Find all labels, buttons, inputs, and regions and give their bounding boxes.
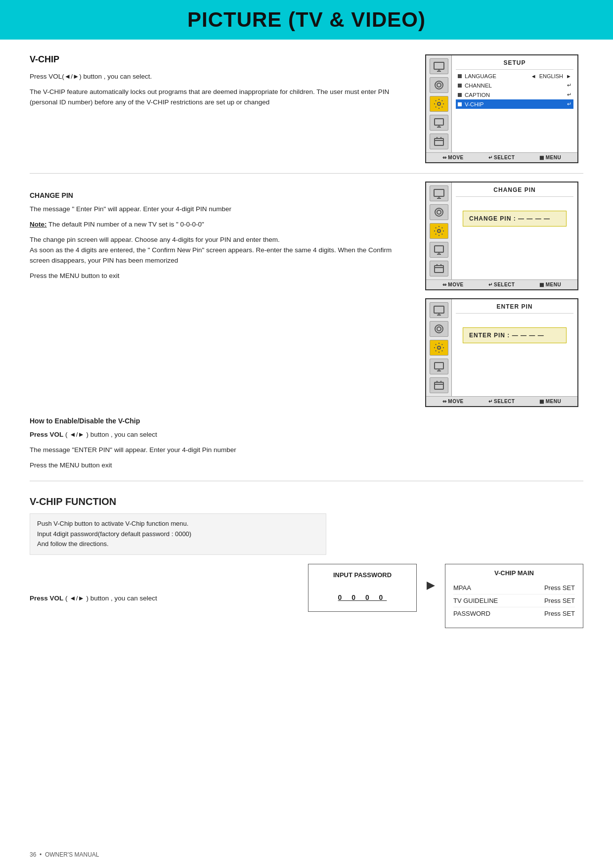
- page-number: 36: [30, 851, 36, 858]
- tv-icon-tv2: [430, 185, 448, 201]
- svg-point-5: [438, 102, 440, 105]
- vchip-row-value: Press SET: [544, 597, 575, 604]
- menu-dot: [458, 93, 462, 97]
- arrow-right-icon: ▶: [427, 564, 435, 592]
- vchip-row-label: TV GUIDELINE: [453, 597, 498, 604]
- select-icon: ↵: [488, 155, 493, 160]
- vchip-function-title: V-CHIP FUNCTION: [30, 496, 583, 507]
- change-pin-menu-title: CHANGE PIN: [456, 184, 573, 197]
- change-pin-menu-col: CHANGE PIN CHANGE PIN : — — — — ⇔ MOVE ↵…: [425, 182, 583, 407]
- vchip-main-row-mpaa: MPAA Press SET: [453, 582, 575, 594]
- setup-menu-content: SETUP LANGUAGE ◄ ENGLISH ► CHANNEL ↵: [452, 55, 577, 152]
- vchip-function-desc: Push V-Chip button to activate V-Chip fu…: [30, 513, 326, 555]
- input-password-title: INPUT PASSWORD: [318, 571, 406, 579]
- menu-icon: ▦: [539, 155, 544, 160]
- svg-rect-7: [435, 138, 443, 145]
- tv-sidebar-3: [426, 299, 452, 396]
- vchip-main-row-tvguideline: TV GUIDELINE Press SET: [453, 594, 575, 607]
- enable-disable-title: How to Enable/Disable the V-Chip: [30, 417, 583, 425]
- desc-line2: Input 4digit password(factory default pa…: [37, 530, 191, 538]
- svg-point-3: [435, 81, 443, 89]
- desc-line1: Push V-Chip button to activate V-Chip fu…: [37, 520, 188, 527]
- menu-item-value: ↵: [567, 82, 571, 89]
- footer-select: ↵ SELECT: [488, 155, 515, 160]
- tv-sidebar: [426, 55, 452, 152]
- svg-point-4: [437, 83, 441, 87]
- setup-menu-footer: ⇔ MOVE ↵ SELECT ▦ MENU: [426, 152, 577, 162]
- svg-point-21: [438, 346, 440, 349]
- note-label: Note:: [30, 221, 47, 228]
- tv-icon-setup: [430, 96, 448, 112]
- menu-item-label: CHANNEL: [465, 83, 567, 89]
- change-pin-text-col: CHANGE PIN The message " Enter Pin" will…: [30, 182, 410, 407]
- change-pin-menu-content: CHANGE PIN CHANGE PIN : — — — —: [452, 183, 577, 279]
- tv-icon-display3: [430, 359, 448, 374]
- menu-dot: [458, 74, 462, 78]
- change-pin-section: CHANGE PIN The message " Enter Pin" will…: [30, 182, 583, 407]
- change-pin-para3: Press the MENU button to exit: [30, 271, 410, 281]
- footer-select-ep: ↵ SELECT: [488, 399, 515, 404]
- tv-icon-display: [430, 115, 448, 131]
- svg-rect-8: [434, 189, 444, 196]
- change-pin-para2: The change pin screen will appear. Choos…: [30, 235, 410, 266]
- select-icon-ep: ↵: [488, 399, 493, 404]
- menu-dot: [458, 84, 462, 88]
- tv-icon-sound: [430, 77, 448, 93]
- change-pin-para1: The message " Enter Pin" will appear. En…: [30, 204, 410, 215]
- input-password-box: INPUT PASSWORD 0 0 0 0: [308, 564, 417, 612]
- menu-icon-cp: ▦: [539, 282, 544, 287]
- menu-item-channel: CHANNEL ↵: [456, 81, 573, 90]
- tv-icon-sound2: [430, 204, 448, 220]
- enter-pin-tv-menu: ENTER PIN ENTER PIN : — — — — ⇔ MOVE ↵ S…: [425, 298, 578, 407]
- change-pin-footer: ⇔ MOVE ↵ SELECT ▦ MENU: [426, 279, 577, 289]
- vchip-title: V-CHIP: [30, 54, 410, 65]
- enable-disable-para1: Press VOL ( ◄/► ) button , you can selec…: [30, 430, 583, 440]
- change-pin-display: CHANGE PIN : — — — —: [463, 211, 567, 227]
- tv-icon-tv3: [430, 302, 448, 318]
- vchip-row-value: Press SET: [544, 610, 575, 617]
- setup-menu-title: SETUP: [456, 57, 573, 70]
- enter-pin-footer: ⇔ MOVE ↵ SELECT ▦ MENU: [426, 396, 577, 406]
- vchip-main-box: V-CHIP MAIN MPAA Press SET TV GUIDELINE …: [445, 564, 583, 628]
- menu-dot: [458, 102, 462, 106]
- tv-icon-tv: [430, 58, 448, 74]
- svg-point-12: [437, 210, 441, 214]
- enter-pin-menu-content: ENTER PIN ENTER PIN : — — — —: [452, 299, 577, 396]
- vchip-section: V-CHIP Press VOL(◄/►) button , you can s…: [30, 54, 583, 163]
- move-icon: ⇔: [442, 155, 447, 160]
- svg-rect-0: [434, 62, 444, 69]
- vchip-main-row-password: PASSWORD Press SET: [453, 607, 575, 620]
- footer-menu-cp: ▦ MENU: [539, 282, 561, 287]
- tv-icon-timer: [430, 134, 448, 149]
- select-icon-cp: ↵: [488, 282, 493, 287]
- enable-disable-para3: Press the MENU button exit: [30, 460, 583, 471]
- vchip-para2: The V-CHIP feature automatically locks o…: [30, 87, 410, 108]
- vchip-text-col: V-CHIP Press VOL(◄/►) button , you can s…: [30, 54, 410, 163]
- footer-menu-ep: ▦ MENU: [539, 399, 561, 404]
- page-title: PICTURE (TV & VIDEO): [187, 8, 426, 32]
- svg-rect-15: [435, 266, 443, 273]
- footer-move: ⇔ MOVE: [442, 155, 464, 160]
- enter-pin-menu-title: ENTER PIN: [456, 301, 573, 314]
- password-digits: 0 0 0 0: [318, 594, 406, 601]
- tv-icon-display2: [430, 242, 448, 258]
- tv-icon-timer3: [430, 377, 448, 393]
- vchip-press-vol: Press VOL ( ◄/► ) button , you can selec…: [30, 594, 298, 604]
- menu-item-caption: CAPTION ↵: [456, 90, 573, 99]
- vchip-left-col: Press VOL ( ◄/► ) button , you can selec…: [30, 564, 298, 609]
- vchip-function-section: V-CHIP FUNCTION Push V-Chip button to ac…: [30, 496, 583, 628]
- move-icon-ep: ⇔: [442, 399, 447, 404]
- header-left-accent: [0, 0, 59, 40]
- tv-icon-setup2: [430, 223, 448, 239]
- tv-sidebar-2: [426, 183, 452, 279]
- change-pin-note: Note: The default PIN number of a new TV…: [30, 220, 410, 230]
- move-icon-cp: ⇔: [442, 282, 447, 287]
- tv-icon-timer2: [430, 261, 448, 276]
- tv-icon-setup3: [430, 340, 448, 356]
- page-footer: 36 • OWNER'S MANUAL: [30, 851, 99, 858]
- menu-item-language: LANGUAGE ◄ ENGLISH ►: [456, 72, 573, 81]
- setup-tv-menu: SETUP LANGUAGE ◄ ENGLISH ► CHANNEL ↵: [425, 54, 578, 163]
- svg-rect-16: [434, 306, 444, 313]
- menu-item-label: CAPTION: [465, 92, 567, 98]
- change-pin-title: CHANGE PIN: [30, 191, 410, 199]
